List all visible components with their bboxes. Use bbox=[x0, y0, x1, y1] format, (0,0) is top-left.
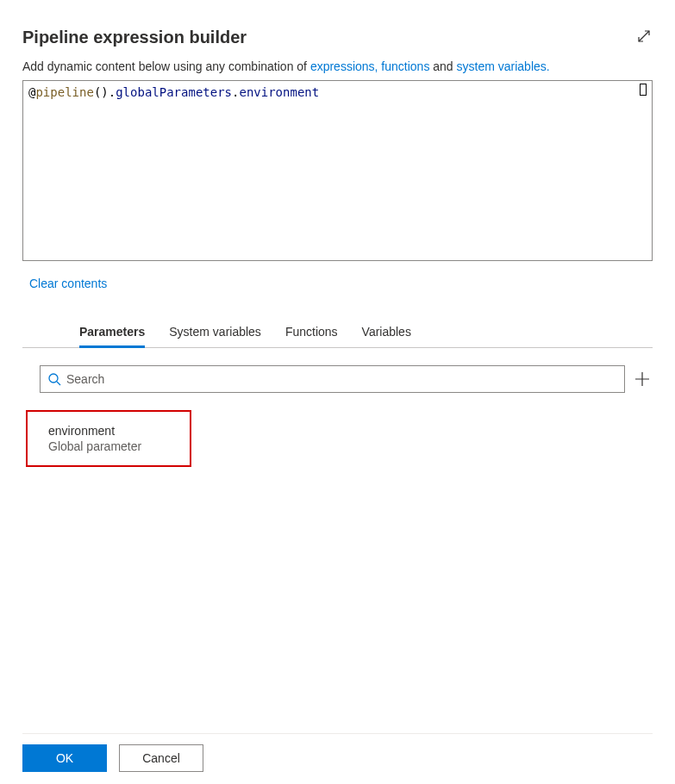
search-input[interactable] bbox=[66, 372, 617, 386]
search-box[interactable] bbox=[40, 365, 625, 393]
subtitle-mid: and bbox=[433, 59, 456, 73]
expressions-link[interactable]: expressions, bbox=[310, 59, 378, 73]
clear-contents-link[interactable]: Clear contents bbox=[0, 261, 675, 290]
page-title: Pipeline expression builder bbox=[22, 28, 247, 47]
search-icon bbox=[47, 372, 61, 386]
ok-button[interactable]: OK bbox=[22, 744, 107, 772]
parameter-subtitle: Global parameter bbox=[48, 439, 169, 453]
tab-functions[interactable]: Functions bbox=[285, 325, 338, 347]
tab-system-variables[interactable]: System variables bbox=[169, 325, 261, 347]
svg-point-0 bbox=[49, 374, 58, 383]
subtitle: Add dynamic content below using any comb… bbox=[0, 47, 675, 80]
expand-icon[interactable] bbox=[635, 28, 653, 45]
expression-editor[interactable]: @pipeline().globalParameters.environment bbox=[22, 80, 653, 261]
tab-parameters[interactable]: Parameters bbox=[79, 325, 145, 347]
editor-token: environment bbox=[239, 85, 319, 99]
add-button[interactable] bbox=[632, 369, 653, 389]
cursor-indicator bbox=[640, 84, 647, 96]
editor-token: pipeline bbox=[35, 85, 93, 99]
cancel-button[interactable]: Cancel bbox=[119, 744, 203, 772]
footer: OK Cancel bbox=[22, 733, 653, 772]
tab-variables[interactable]: Variables bbox=[362, 325, 411, 347]
editor-token: (). bbox=[94, 85, 116, 99]
functions-link[interactable]: functions bbox=[381, 59, 429, 73]
subtitle-prefix: Add dynamic content below using any comb… bbox=[22, 59, 310, 73]
system-variables-link[interactable]: system variables. bbox=[457, 59, 550, 73]
tab-bar: Parameters System variables Functions Va… bbox=[22, 290, 653, 348]
parameter-name: environment bbox=[48, 424, 169, 438]
parameter-item-environment[interactable]: environment Global parameter bbox=[26, 410, 191, 467]
editor-token: globalParameters bbox=[116, 85, 232, 99]
